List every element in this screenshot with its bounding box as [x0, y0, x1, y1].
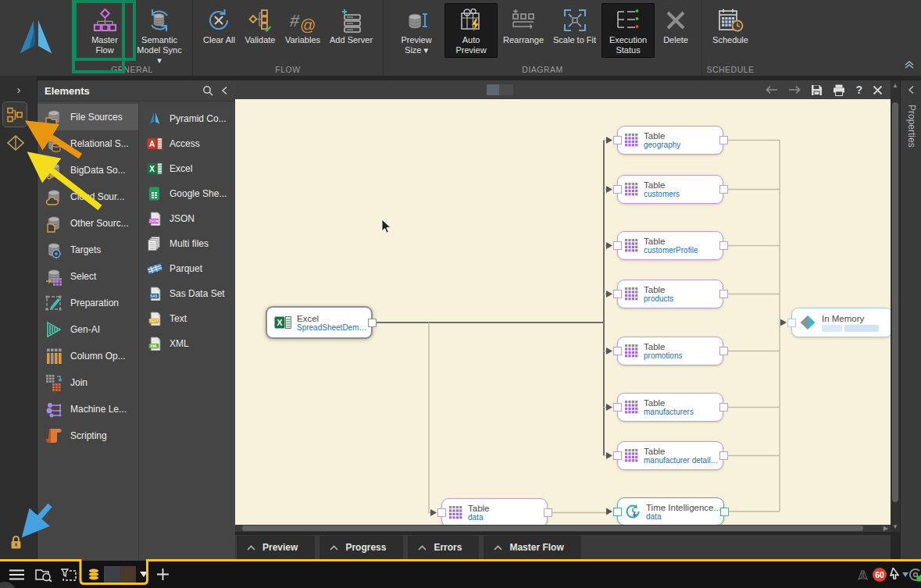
element-category-targets[interactable]: Targets — [37, 237, 138, 263]
canvas-vertical-scrollbar[interactable]: ▲ ▼ — [891, 80, 900, 532]
content-search-icon[interactable] — [35, 561, 52, 588]
ribbon-button-add-server[interactable]: Add Server — [326, 3, 377, 48]
lock-icon[interactable] — [9, 535, 23, 553]
element-category-cloud-sour[interactable]: Cloud Sour... — [37, 184, 138, 210]
error-count-badge[interactable]: 60 — [873, 561, 887, 588]
node-time-intelligence[interactable]: Time Intelligence...data — [617, 497, 724, 525]
rail-flow-elements-button[interactable] — [2, 102, 27, 127]
pyramid-status-icon[interactable] — [856, 561, 869, 588]
element-item-google-she[interactable]: Google She... — [139, 181, 235, 206]
output-port[interactable] — [719, 451, 728, 460]
node-table-geography[interactable]: Tablegeography — [617, 126, 723, 155]
collapse-elements-panel-icon[interactable] — [221, 86, 228, 95]
bottom-tab-errors[interactable]: Errors — [408, 536, 479, 559]
bottom-tab-preview[interactable]: Preview — [237, 536, 315, 559]
node-table-manufacturer-details[interactable]: Tablemanufacturer details... — [617, 441, 723, 470]
properties-panel-title[interactable]: Properties — [906, 105, 917, 148]
connection-status-icon[interactable] — [909, 561, 921, 588]
ribbon-button-variables[interactable]: #@Variables — [281, 3, 324, 48]
ribbon-button-preview-size[interactable]: Preview Size ▾ — [390, 3, 443, 58]
ribbon-button-auto-preview[interactable]: Auto Preview — [444, 3, 498, 58]
ribbon-button-scale-to-fit[interactable]: Scale to Fit — [549, 3, 600, 48]
add-tab-icon[interactable] — [157, 561, 169, 588]
output-port[interactable] — [719, 136, 728, 144]
element-item-multi-files[interactable]: Multi files — [139, 231, 235, 256]
element-category-file-sources[interactable]: File Sources — [37, 104, 138, 130]
element-item-text[interactable]: TEXTText — [139, 306, 235, 331]
vscroll-down-arrow[interactable]: ▼ — [891, 523, 900, 530]
element-item-pyramid-co[interactable]: Pyramid Co... — [139, 106, 235, 131]
input-port[interactable] — [613, 185, 622, 194]
save-icon[interactable] — [811, 84, 823, 96]
element-category-preparation[interactable]: Preparation — [37, 290, 138, 316]
input-port[interactable] — [613, 508, 622, 516]
flow-canvas[interactable]: XExcelSpreadSheetDemo_...TablegeographyT… — [235, 99, 891, 525]
rail-model-button[interactable] — [5, 134, 26, 152]
element-category-machine-le[interactable]: Machine Le... — [37, 396, 138, 422]
node-table-promotions[interactable]: Tablepromotions — [617, 337, 723, 365]
print-icon[interactable] — [833, 84, 845, 96]
element-item-sas-data-set[interactable]: SASSas Data Set — [139, 281, 235, 306]
input-port[interactable] — [787, 319, 796, 327]
input-port[interactable] — [613, 136, 622, 144]
node-table-customers[interactable]: Tablecustomers — [617, 175, 723, 204]
forward-icon[interactable] — [788, 85, 801, 94]
input-port[interactable] — [613, 241, 622, 250]
ribbon-button-delete[interactable]: Delete — [656, 3, 695, 48]
node-table-data[interactable]: Tabledata — [441, 498, 548, 525]
element-item-excel[interactable]: XExcel — [139, 156, 235, 181]
input-port[interactable] — [613, 290, 622, 298]
input-port[interactable] — [613, 347, 622, 355]
vscroll-thumb[interactable] — [892, 102, 898, 502]
output-port[interactable] — [368, 319, 377, 327]
element-category-scripting[interactable]: Scripting — [37, 422, 138, 449]
input-port[interactable] — [437, 508, 446, 517]
element-category-join[interactable]: Join — [37, 369, 138, 396]
expand-rail-icon[interactable]: › — [0, 83, 37, 96]
database-selector[interactable] — [87, 561, 148, 588]
ribbon-button-schedule[interactable]: Schedule — [709, 3, 752, 48]
ribbon-button-validate[interactable]: Validate — [241, 3, 280, 48]
input-port[interactable] — [613, 451, 622, 460]
pointer-dropdown-icon[interactable] — [902, 561, 909, 588]
node-table-customerprofile[interactable]: TablecustomerProfile — [617, 231, 723, 260]
node-excel-source[interactable]: XExcelSpreadSheetDemo_... — [266, 306, 373, 339]
element-item-parquet[interactable]: Parquet — [139, 256, 235, 281]
close-icon[interactable] — [873, 85, 883, 95]
ribbon-button-rearrange[interactable]: Rearrange — [499, 3, 548, 48]
hscroll-right-arrow[interactable]: ▶ — [884, 525, 888, 532]
ribbon-button-semantic-model-sync[interactable]: Semantic Model Sync ▾ — [133, 3, 186, 69]
back-icon[interactable] — [766, 85, 778, 94]
output-port[interactable] — [719, 403, 728, 412]
output-port[interactable] — [719, 290, 728, 298]
element-category-column-op[interactable]: Column Op... — [37, 343, 138, 369]
expand-properties-icon[interactable] — [901, 85, 921, 97]
node-in-memory[interactable]: In Memory — [791, 308, 891, 337]
element-category-other-sourc[interactable]: Other Sourc... — [37, 210, 138, 237]
node-table-manufacturers[interactable]: Tablemanufacturers — [617, 393, 723, 422]
output-port[interactable] — [720, 508, 729, 516]
output-port[interactable] — [719, 241, 728, 250]
search-icon[interactable] — [202, 85, 213, 96]
element-item-xml[interactable]: XMLXML — [139, 331, 235, 356]
element-category-select[interactable]: Select — [37, 263, 138, 290]
canvas-horizontal-scrollbar[interactable]: ▶ — [235, 525, 891, 532]
output-port[interactable] — [719, 185, 728, 194]
vscroll-up-arrow[interactable]: ▲ — [891, 82, 900, 89]
ribbon-button-clear-all[interactable]: Clear All — [199, 3, 239, 48]
element-category-bigdata-so[interactable]: BigData So... — [37, 157, 138, 184]
element-category-gen-ai[interactable]: Gen-AI — [37, 316, 138, 343]
pointer-tool-icon[interactable] — [889, 561, 901, 588]
bottom-tab-master-flow[interactable]: Master Flow — [484, 536, 580, 559]
hscroll-thumb[interactable] — [242, 526, 863, 531]
bottom-tab-progress[interactable]: Progress — [319, 536, 403, 559]
ribbon-button-master-flow[interactable]: Master Flow — [78, 3, 131, 58]
element-item-access[interactable]: AAccess — [139, 131, 235, 156]
collapse-ribbon-icon[interactable] — [904, 59, 915, 73]
element-category-relational-s[interactable]: Relational S... — [37, 130, 138, 157]
input-port[interactable] — [613, 403, 622, 412]
filter-clipboard-icon[interactable] — [60, 561, 77, 588]
output-port[interactable] — [544, 508, 552, 517]
ribbon-button-execution-status[interactable]: Execution Status — [602, 3, 655, 58]
help-icon[interactable]: ? — [855, 84, 862, 96]
